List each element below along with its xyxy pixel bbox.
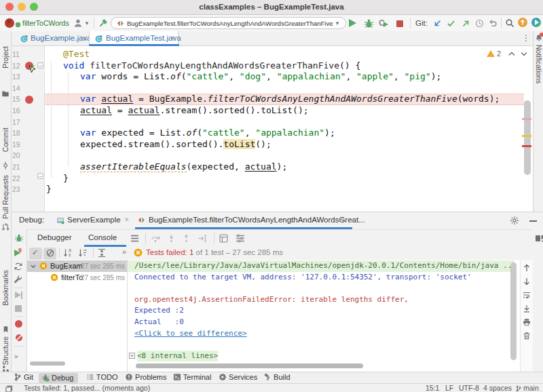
fold-plus-icon[interactable]: + xyxy=(129,353,135,359)
console-output[interactable]: /Users/lee/Library/Java/JavaVirtualMachi… xyxy=(128,260,514,361)
git-commit-check-icon[interactable] xyxy=(447,19,455,28)
mute-breakpoints-icon[interactable] xyxy=(15,334,23,342)
status-message[interactable]: Tests failed: 1, passed... (moments ago) xyxy=(24,384,150,392)
tab-bugexampletest[interactable]: C BugExampleTest.java ✕ xyxy=(89,31,179,46)
line-ending[interactable]: LF xyxy=(445,384,453,392)
toolbar-item-problems[interactable]: Problems xyxy=(125,373,167,383)
debug-console[interactable]: /Users/lee/Library/Java/JavaVirtualMachi… xyxy=(128,260,520,372)
notifications-bell-icon[interactable] xyxy=(535,34,543,42)
git-update-icon[interactable] xyxy=(433,19,442,28)
toolbar-item-services[interactable]: Services xyxy=(219,373,257,383)
bookmark-icon[interactable] xyxy=(2,326,10,333)
clear-console-trash-icon[interactable] xyxy=(523,332,531,340)
chevron-down-icon[interactable] xyxy=(31,264,36,269)
sidebar-item-structure[interactable]: Structure xyxy=(1,336,10,366)
git-branch-name[interactable]: main xyxy=(523,384,539,392)
fold-minus-icon[interactable]: – xyxy=(37,62,43,68)
close-tab-icon[interactable]: ✕ xyxy=(82,35,88,42)
project-widget[interactable]: filterToCWords xyxy=(22,19,69,27)
rerun-icon[interactable] xyxy=(14,262,23,271)
restore-layout-icon[interactable] xyxy=(535,234,543,243)
code-editor[interactable]: 11121314151617181920212223 – – @Testvoid… xyxy=(12,46,533,212)
folder-icon[interactable] xyxy=(1,90,10,98)
evaluate-expression-icon[interactable] xyxy=(219,234,228,243)
breakpoint-icon[interactable] xyxy=(25,96,33,104)
view-breakpoints-icon[interactable] xyxy=(15,320,22,328)
close-tab-icon[interactable]: ✕ xyxy=(170,35,176,42)
debug-left-toolbar: 9 » xyxy=(12,229,27,372)
debug-session-tab-serverexample[interactable]: ServerExample ✕ xyxy=(54,212,135,229)
debug-settings-gear-icon[interactable] xyxy=(510,216,519,225)
user-dropdown-caret[interactable]: ▼ xyxy=(84,20,90,26)
sidebar-item-bookmarks[interactable]: Bookmarks xyxy=(1,270,10,306)
sidebar-item-notifications[interactable]: Notifications xyxy=(535,45,543,83)
caret-position[interactable]: 15:1 xyxy=(426,384,439,392)
down-stack-trace-icon[interactable] xyxy=(523,277,531,286)
settings-wrench-icon[interactable] xyxy=(14,275,22,283)
stop-icon[interactable] xyxy=(15,305,22,312)
options-menu-icon[interactable] xyxy=(130,235,139,242)
run-configuration-select[interactable]: BugExampleTest.filterToCWordsAnyLengthAn… xyxy=(111,17,346,29)
toolbar-item-todo[interactable]: TODO xyxy=(86,373,117,383)
console-vscrollbar[interactable] xyxy=(510,262,517,360)
stop-button[interactable] xyxy=(396,20,403,27)
tab-bugexample[interactable]: C BugExample.java ✕ xyxy=(16,31,89,46)
undo-icon[interactable] xyxy=(489,19,498,28)
warning-stripe-mark[interactable] xyxy=(522,135,531,137)
commit-icon[interactable] xyxy=(1,161,10,170)
console-link-line[interactable]: <Click to see difference> xyxy=(128,328,514,340)
print-icon[interactable] xyxy=(523,318,531,326)
sidebar-item-project[interactable]: Project xyxy=(1,46,10,68)
layout-settings-icon[interactable] xyxy=(236,234,245,243)
tree-hscrollbar[interactable] xyxy=(30,361,65,366)
run-button[interactable] xyxy=(349,19,356,27)
up-stack-trace-icon[interactable] xyxy=(523,264,531,272)
user-icon[interactable] xyxy=(73,18,83,28)
project-icon[interactable]: ✳ xyxy=(5,18,14,28)
run-with-coverage-button[interactable]: C xyxy=(379,18,385,28)
show-passed-button[interactable]: ✓ xyxy=(29,248,42,260)
build-hammer-icon[interactable] xyxy=(98,18,108,28)
close-tab-icon[interactable]: ✕ xyxy=(124,216,130,223)
test-tree-row-test[interactable]: filterTo 27 sec 285 ms xyxy=(27,272,127,283)
indent-setting[interactable]: 4 spaces xyxy=(483,384,512,392)
test-tree-row-suite[interactable]: BugExam 27 sec 285 ms xyxy=(27,260,127,272)
history-clock-icon[interactable] xyxy=(475,19,484,28)
tabbar-options-kebab-icon[interactable]: ⋮ xyxy=(522,33,530,43)
sort-alphabetically-icon[interactable]: az xyxy=(63,248,73,258)
debug-button[interactable] xyxy=(364,18,374,28)
fold-minus-icon[interactable]: – xyxy=(37,173,43,179)
more-icons-chevron[interactable]: » xyxy=(14,353,18,360)
expand-all-icon[interactable] xyxy=(97,248,107,258)
error-stripe-mark[interactable] xyxy=(522,145,531,147)
editor-scrollbar[interactable] xyxy=(524,100,531,175)
sidebar-item-commit[interactable]: Commit xyxy=(1,128,10,152)
file-encoding[interactable]: UTF-8 xyxy=(459,384,479,392)
prev-warning-chevron-icon[interactable] xyxy=(508,52,515,56)
console-hscrollbar[interactable] xyxy=(136,364,363,368)
tab-debugger[interactable]: Debugger xyxy=(37,233,72,241)
hide-panel-icon[interactable] xyxy=(529,220,537,222)
sidebar-item-pull-requests[interactable]: Pull Requests xyxy=(1,175,10,219)
test-tree[interactable]: BugExam 27 sec 285 ms filterTo 27 sec 28… xyxy=(27,260,128,372)
toolbar-item-build[interactable]: Build xyxy=(263,373,291,383)
toolbar-item-terminal[interactable]: Terminal xyxy=(173,373,211,383)
toolbar-item-debug[interactable]: Debug xyxy=(39,373,78,383)
scroll-to-end-icon[interactable] xyxy=(523,305,531,313)
close-tab-icon[interactable]: ✕ xyxy=(339,216,344,223)
update-available-icon[interactable] xyxy=(518,18,527,27)
next-warning-chevron-icon[interactable] xyxy=(521,52,527,56)
sort-by-duration-icon[interactable] xyxy=(78,248,88,258)
pull-request-icon[interactable] xyxy=(1,222,10,231)
soft-wrap-icon[interactable] xyxy=(523,291,531,299)
more-toolbar-chevron[interactable]: » xyxy=(122,248,126,256)
search-icon[interactable] xyxy=(505,18,514,28)
toolbar-item-git[interactable]: Git xyxy=(14,373,33,383)
tool-window-switcher-icon[interactable] xyxy=(5,385,13,392)
show-ignored-button[interactable] xyxy=(43,248,56,260)
tab-console[interactable]: Console xyxy=(88,233,117,241)
code-with-me-icon[interactable] xyxy=(531,18,541,27)
git-push-icon[interactable] xyxy=(462,19,470,28)
debug-session-tab-bugexampletest[interactable]: BugExampleTest.filterToCWordsAnyLengthAn… xyxy=(135,212,352,229)
error-stripe-mark[interactable] xyxy=(522,118,531,120)
